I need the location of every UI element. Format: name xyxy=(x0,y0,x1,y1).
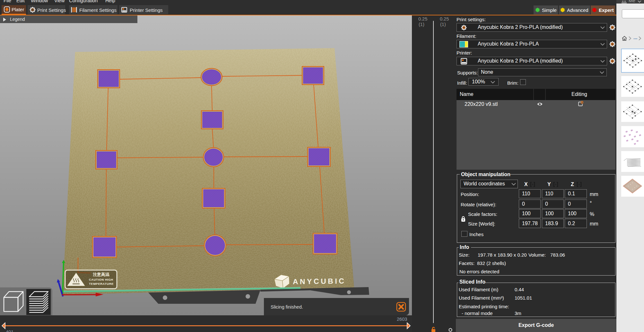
svg-text:TEMPERATURE: TEMPERATURE xyxy=(89,282,114,285)
svg-text:CAUTION HIGH: CAUTION HIGH xyxy=(89,278,113,281)
svg-text:注意高温: 注意高温 xyxy=(93,272,110,277)
svg-text:ANYCUBIC: ANYCUBIC xyxy=(293,277,346,286)
